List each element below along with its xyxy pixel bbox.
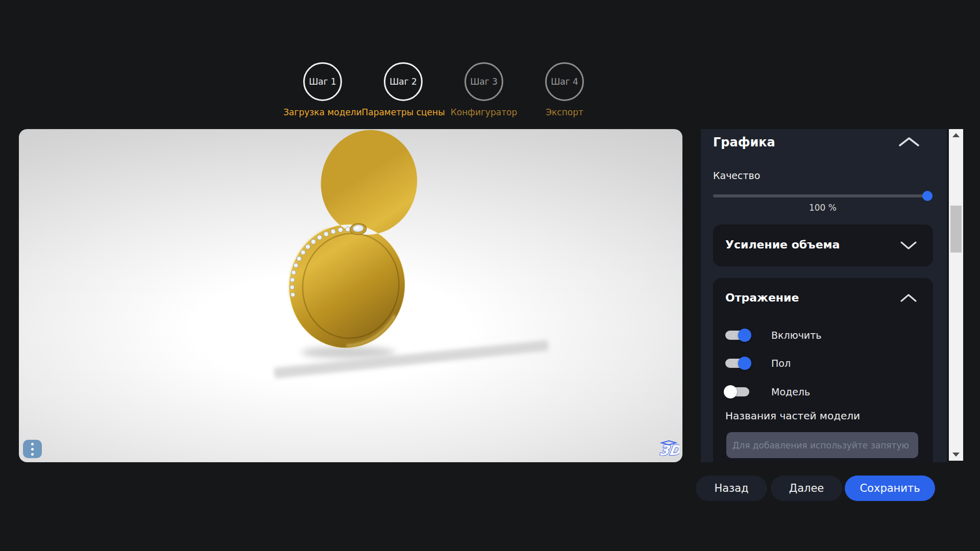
step-3-circle-label: Шаг 3 — [470, 77, 498, 87]
triangle-down-icon — [952, 453, 960, 457]
ring-3d-model — [19, 129, 682, 462]
quality-label: Качество — [713, 170, 760, 181]
chevron-up-icon[interactable] — [900, 293, 917, 303]
toggle-track[interactable] — [725, 359, 749, 368]
step-2-label: Параметры сцены — [361, 107, 445, 117]
step-3[interactable]: Шаг 3 Конфигуратор — [444, 62, 524, 117]
volume-boost-title: Усиление объема — [725, 238, 840, 251]
next-button[interactable]: Далее — [771, 475, 842, 501]
toggle-floor-label: Пол — [771, 358, 791, 369]
step-2-circle-label: Шаг 2 — [389, 77, 417, 87]
step-4-label: Экспорт — [546, 107, 583, 117]
model-parts-input[interactable] — [726, 432, 918, 458]
toggle-track[interactable] — [725, 331, 749, 340]
step-1[interactable]: Шаг 1 Загрузка модели — [282, 62, 363, 117]
quality-slider-thumb[interactable] — [922, 191, 933, 201]
scene-settings-panel: Графика Качество 100 % Усиление объема О… — [701, 129, 947, 462]
step-2[interactable]: Шаг 2 Параметры сцены — [363, 62, 444, 117]
step-4[interactable]: Шаг 4 Экспорт — [524, 62, 605, 117]
save-button[interactable]: Сохранить — [845, 475, 935, 501]
step-3-circle[interactable]: Шаг 3 — [464, 62, 503, 101]
model-parts-label: Названия частей модели — [725, 410, 860, 422]
quality-slider-track[interactable] — [713, 194, 933, 197]
step-3-label: Конфигуратор — [451, 107, 517, 117]
toggle-knob[interactable] — [738, 357, 751, 370]
kebab-dot — [31, 453, 34, 456]
toggle-track[interactable] — [725, 387, 749, 396]
step-wizard: Шаг 1 Загрузка модели Шаг 2 Параметры сц… — [282, 62, 605, 117]
chevron-down-icon[interactable] — [900, 241, 917, 250]
toggle-knob[interactable] — [724, 385, 737, 398]
reflection-title: Отражение — [725, 291, 799, 304]
step-4-circle[interactable]: Шаг 4 — [545, 62, 584, 101]
quality-slider[interactable] — [713, 191, 933, 201]
step-2-circle[interactable]: Шаг 2 — [384, 62, 423, 101]
toggle-model-label: Модель — [771, 386, 810, 397]
chevron-up-icon[interactable] — [898, 136, 920, 147]
step-1-circle[interactable]: Шаг 1 — [303, 62, 342, 101]
quality-value: 100 % — [713, 203, 933, 213]
step-1-circle-label: Шаг 1 — [309, 77, 336, 87]
kebab-dot — [31, 443, 34, 445]
back-button[interactable]: Назад — [696, 475, 767, 501]
scrollbar-thumb[interactable] — [950, 206, 962, 253]
step-1-label: Загрузка модели — [283, 107, 362, 117]
toggle-model-reflection[interactable]: Модель — [725, 385, 810, 398]
panel-scrollbar[interactable] — [949, 129, 963, 461]
reflection-card: Отражение Включить Пол Модель Названия ч… — [713, 278, 933, 462]
3d-engine-logo-icon: 3D — [656, 440, 679, 460]
toggle-knob[interactable] — [738, 329, 751, 342]
graphics-section-title: Графика — [713, 135, 775, 149]
scroll-down-arrow[interactable] — [949, 449, 963, 460]
viewport-menu-button[interactable] — [23, 440, 42, 458]
toggle-floor-reflection[interactable]: Пол — [725, 357, 791, 370]
triangle-up-icon — [952, 133, 960, 137]
kebab-dot — [31, 448, 34, 450]
toggle-enable-label: Включить — [771, 330, 822, 341]
volume-boost-card[interactable]: Усиление объема — [713, 224, 933, 266]
3d-viewport[interactable]: 3D — [19, 129, 682, 462]
step-4-circle-label: Шаг 4 — [551, 77, 578, 87]
scroll-up-arrow[interactable] — [949, 130, 963, 140]
toggle-enable-reflection[interactable]: Включить — [725, 329, 822, 342]
